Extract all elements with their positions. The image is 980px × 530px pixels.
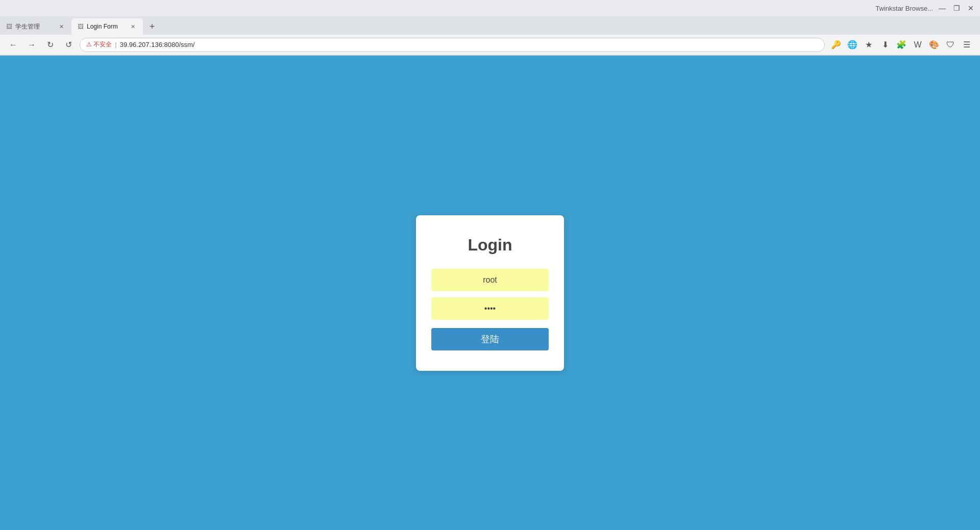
browser-chrome: Twinkstar Browse... — ❐ ✕ 🖼 学生管理 ✕ 🖼 Log…: [0, 0, 980, 56]
login-title: Login: [468, 236, 512, 255]
translate-icon[interactable]: 🌐: [845, 38, 860, 52]
menu-icon[interactable]: ☰: [960, 38, 974, 52]
tab-close-2[interactable]: ✕: [129, 22, 137, 31]
maximize-button[interactable]: ❐: [951, 3, 962, 13]
tab-label-1: 学生管理: [15, 22, 40, 31]
close-button[interactable]: ✕: [966, 3, 976, 13]
username-input[interactable]: [431, 269, 549, 291]
password-input[interactable]: [431, 297, 549, 320]
address-bar: ← → ↻ ↺ ⚠ 不安全 | 39.96.207.136:8080/ssm/ …: [0, 35, 980, 55]
page-content: Login 登陆: [0, 56, 980, 530]
bookmark-icon[interactable]: ★: [862, 38, 876, 52]
title-bar: Twinkstar Browse... — ❐ ✕: [0, 0, 980, 16]
url-bar[interactable]: ⚠ 不安全 | 39.96.207.136:8080/ssm/: [80, 38, 825, 52]
reload-button[interactable]: ↺: [61, 38, 76, 52]
tab-icon-2: 🖼: [78, 23, 84, 30]
back-button[interactable]: ←: [6, 38, 20, 52]
tab-icon-1: 🖼: [6, 23, 12, 30]
download-icon[interactable]: ⬇: [878, 38, 892, 52]
extensions-icon[interactable]: 🧩: [894, 38, 909, 52]
vpn-icon[interactable]: 🛡: [943, 38, 958, 52]
forward-button[interactable]: →: [24, 38, 39, 52]
new-tab-button[interactable]: +: [145, 19, 159, 34]
login-fields: 登陆: [431, 269, 549, 350]
login-button[interactable]: 登陆: [431, 328, 549, 350]
url-text: 39.96.207.136:8080/ssm/: [120, 41, 195, 48]
tab-label-2: Login Form: [87, 23, 118, 30]
key-icon[interactable]: 🔑: [829, 38, 843, 52]
toolbar-icons: 🔑 🌐 ★ ⬇ 🧩 W 🎨 🛡 ☰: [829, 38, 974, 52]
tab-login-form[interactable]: 🖼 Login Form ✕: [71, 18, 143, 35]
tab-bar: 🖼 学生管理 ✕ 🖼 Login Form ✕ +: [0, 16, 980, 35]
refresh-button[interactable]: ↻: [43, 38, 57, 52]
security-warning: ⚠ 不安全: [86, 40, 112, 49]
tab-close-1[interactable]: ✕: [57, 22, 65, 31]
colors-icon[interactable]: 🎨: [927, 38, 941, 52]
url-separator: |: [115, 41, 116, 48]
word-icon[interactable]: W: [911, 38, 925, 52]
minimize-button[interactable]: —: [937, 3, 947, 13]
login-card: Login 登陆: [416, 215, 564, 371]
tab-xuesheng[interactable]: 🖼 学生管理 ✕: [0, 18, 71, 35]
browser-brand: Twinkstar Browse...: [875, 5, 933, 12]
